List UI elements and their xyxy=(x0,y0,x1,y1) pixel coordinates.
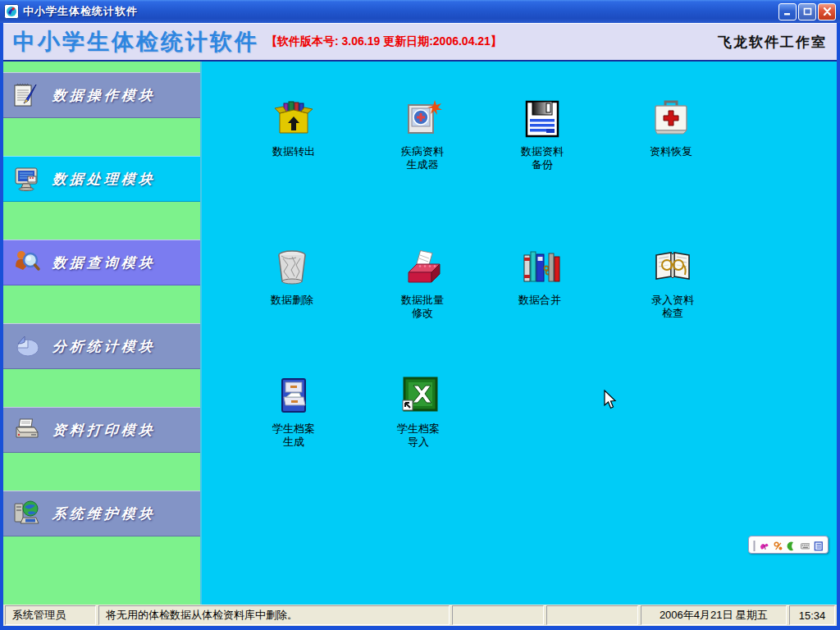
app-window: 中小学生体检统计软件 中小学生体检统计软件 【软件版本号: 3.06.19 更新… xyxy=(0,0,840,630)
module-label: 数据合并 xyxy=(492,294,587,307)
module-label: 疾病资料 生成器 xyxy=(375,145,470,172)
statusbar-panel-3 xyxy=(452,605,544,625)
sidebar-item-label: 分析统计模块 xyxy=(52,337,157,356)
module-label: 数据转出 xyxy=(246,145,341,158)
minimize-button[interactable] xyxy=(778,3,797,21)
sidebar-separator xyxy=(3,202,200,240)
mouse-cursor xyxy=(603,390,619,411)
export-box-icon xyxy=(273,98,314,139)
first-aid-restore-icon xyxy=(651,98,692,139)
ime-language-bar[interactable] xyxy=(748,536,829,554)
module-data-restore[interactable]: 资料恢复 xyxy=(623,98,719,158)
sidebar-separator xyxy=(3,453,200,491)
module-input-check[interactable]: 录入资料 检查 xyxy=(625,247,720,321)
close-button[interactable] xyxy=(818,3,836,21)
maximize-icon xyxy=(803,7,812,16)
module-label: 数据删除 xyxy=(244,294,340,307)
module-label: 资料恢复 xyxy=(623,145,719,158)
books-merge-icon xyxy=(519,247,560,288)
module-data-merge[interactable]: 数据合并 xyxy=(492,247,587,307)
module-icon-area: 数据转出 疾病资料 生成器 数据资料 备份 资料恢复 xyxy=(202,62,837,605)
sidebar-item-label: 数据查询模块 xyxy=(52,253,157,272)
text-caret-icon[interactable] xyxy=(753,540,756,550)
module-disease-generator[interactable]: 疾病资料 生成器 xyxy=(375,98,470,172)
statusbar: 系统管理员 将无用的体检数据从体检资料库中删除。 2006年4月21日 星期五 … xyxy=(3,605,837,626)
excel-import-icon xyxy=(398,376,439,417)
statusbar-message: 将无用的体检数据从体检资料库中删除。 xyxy=(98,605,450,625)
statusbar-date: 2006年4月21日 星期五 xyxy=(641,605,787,625)
module-label: 录入资料 检查 xyxy=(625,294,720,321)
sidebar-separator xyxy=(3,118,200,156)
pie-chart-icon xyxy=(13,332,41,360)
module-label: 学生档案 导入 xyxy=(371,422,466,450)
app-logo-icon xyxy=(4,4,19,19)
sidebar-item-data-query[interactable]: 数据查询模块 xyxy=(3,240,200,285)
app-title: 中小学生体检统计软件 xyxy=(13,27,259,57)
module-data-backup[interactable]: 数据资料 备份 xyxy=(495,98,590,172)
statusbar-time: 15:34 xyxy=(789,605,835,625)
module-archive-generate[interactable]: 学生档案 生成 xyxy=(246,376,341,450)
half-shape-icon[interactable] xyxy=(787,540,797,550)
module-label: 数据批量 修改 xyxy=(375,294,470,321)
sidebar-separator xyxy=(3,369,200,407)
module-batch-edit[interactable]: 数据批量 修改 xyxy=(375,247,470,321)
module-archive-import[interactable]: 学生档案 导入 xyxy=(371,376,466,450)
statusbar-panel-4 xyxy=(546,605,638,625)
sidebar-top-strip xyxy=(3,62,200,72)
sidebar-item-label: 数据操作模块 xyxy=(52,86,157,105)
floppy-backup-icon xyxy=(522,98,563,139)
close-icon xyxy=(823,7,832,16)
module-label: 学生档案 生成 xyxy=(246,422,341,450)
book-glasses-check-icon xyxy=(652,247,693,288)
minimize-icon xyxy=(783,8,792,16)
sidebar-item-data-processing[interactable]: 数据处理模块 xyxy=(3,156,200,202)
sidebar-item-analysis-statistics[interactable]: 分析统计模块 xyxy=(3,323,200,369)
maximize-button[interactable] xyxy=(798,3,816,21)
module-data-delete[interactable]: 数据删除 xyxy=(244,247,340,307)
ime-menu-icon[interactable] xyxy=(814,540,824,550)
version-info: 【软件版本号: 3.06.19 更新日期:2006.04.21】 xyxy=(266,34,502,49)
sidebar-item-label: 系统维护模块 xyxy=(52,504,157,523)
printer-icon xyxy=(13,416,41,444)
sidebar-item-system-maintenance[interactable]: 系统维护模块 xyxy=(3,491,200,536)
sidebar: 数据操作模块 数据处理模块 数据查询模块 分析 xyxy=(3,62,202,605)
sidebar-item-label: 数据处理模块 xyxy=(52,170,157,189)
computer-globe-icon xyxy=(13,500,41,527)
sidebar-separator xyxy=(3,285,200,323)
header-banner: 中小学生体检统计软件 【软件版本号: 3.06.19 更新日期:2006.04.… xyxy=(3,23,837,62)
module-data-export[interactable]: 数据转出 xyxy=(246,98,341,158)
module-label: 数据资料 备份 xyxy=(495,145,590,172)
trash-delete-icon xyxy=(272,247,313,288)
soft-keyboard-icon[interactable] xyxy=(801,540,810,550)
statusbar-user: 系统管理员 xyxy=(5,605,96,625)
sidebar-bottom-fill xyxy=(3,536,200,605)
disease-generator-icon xyxy=(402,98,443,139)
person-search-icon xyxy=(13,249,41,276)
cabinet-generate-icon xyxy=(273,376,314,417)
notepad-pen-icon xyxy=(13,81,41,109)
titlebar[interactable]: 中小学生体检统计软件 xyxy=(0,0,840,23)
studio-name: 飞龙软件工作室 xyxy=(718,33,827,52)
sidebar-item-data-operation[interactable]: 数据操作模块 xyxy=(3,72,200,118)
sidebar-item-label: 资料打印模块 xyxy=(52,421,157,440)
batch-edit-icon xyxy=(402,247,443,288)
tone-mode-icon[interactable] xyxy=(774,540,783,550)
monitor-icon xyxy=(13,165,41,193)
ime-logo-icon[interactable] xyxy=(760,540,769,550)
window-title: 中小学生体检统计软件 xyxy=(23,4,138,19)
content-area: 数据操作模块 数据处理模块 数据查询模块 分析 xyxy=(3,62,837,605)
sidebar-item-print[interactable]: 资料打印模块 xyxy=(3,407,200,453)
